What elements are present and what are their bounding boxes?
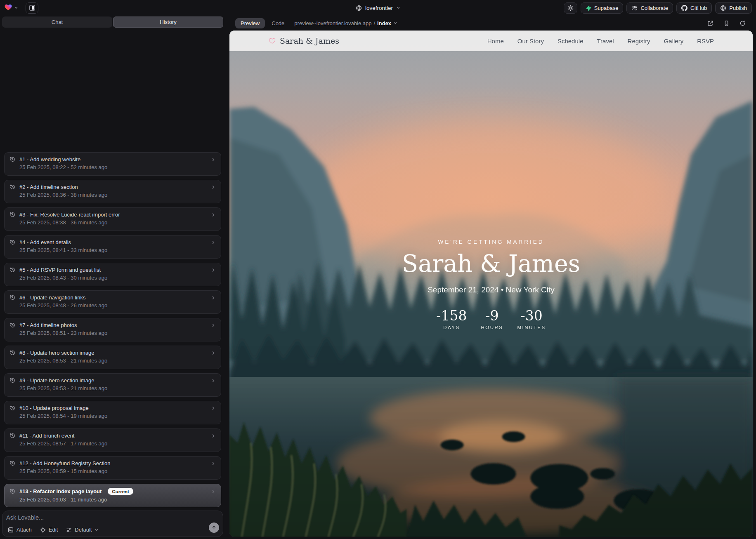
history-meta: 25 Feb 2025, 08:22 - 52 minutes ago <box>19 164 216 170</box>
url-host: preview--lovefrontier.lovable.app <box>294 20 371 26</box>
nav-gallery[interactable]: Gallery <box>664 38 684 45</box>
history-title: #4 - Add event details <box>19 239 71 245</box>
countdown-days: -158 DAYS <box>436 308 467 330</box>
edit-button[interactable]: Edit <box>40 527 58 533</box>
chevron-right-icon <box>211 406 216 411</box>
toggle-sidebar-button[interactable] <box>26 2 38 14</box>
history-meta: 25 Feb 2025, 08:53 - 21 minutes ago <box>19 385 216 391</box>
countdown-value: -9 <box>478 308 506 324</box>
users-icon <box>631 5 638 11</box>
tab-history[interactable]: History <box>113 16 223 28</box>
refresh-button[interactable] <box>737 18 748 28</box>
chevron-right-icon <box>211 489 216 494</box>
globe-icon <box>356 5 362 11</box>
project-name: lovefrontier <box>365 5 393 11</box>
chevron-right-icon <box>211 157 216 162</box>
lovable-logo-menu[interactable] <box>4 3 18 13</box>
refresh-icon <box>739 20 746 26</box>
tab-preview[interactable]: Preview <box>235 18 265 28</box>
external-link-icon <box>707 20 713 26</box>
mobile-preview-button[interactable] <box>721 18 732 28</box>
preview-pane: Preview Code preview--lovefrontier.lovab… <box>229 16 753 537</box>
image-icon <box>8 527 14 533</box>
mode-select[interactable]: Default <box>66 527 99 533</box>
github-label: GitHub <box>690 5 707 11</box>
attach-label: Attach <box>17 527 32 533</box>
github-button[interactable]: GitHub <box>676 2 712 14</box>
site-preview-frame: Sarah & James Home Our Story Schedule Tr… <box>229 31 753 537</box>
chevron-right-icon <box>211 351 216 355</box>
history-item-8[interactable]: #8 - Update hero section image 25 Feb 20… <box>4 346 221 369</box>
publish-button[interactable]: Publish <box>715 2 752 14</box>
preview-toolbar: Preview Code preview--lovefrontier.lovab… <box>229 16 753 31</box>
history-title: #6 - Update navigation links <box>19 294 85 301</box>
current-badge: Current <box>108 488 133 495</box>
history-item-12[interactable]: #12 - Add Honeyfund Registry Section 25 … <box>4 456 221 480</box>
settings-button[interactable] <box>564 2 577 14</box>
globe-icon <box>720 5 726 11</box>
project-switcher[interactable]: lovefrontier <box>356 0 400 16</box>
open-in-new-tab-button[interactable] <box>705 18 716 28</box>
history-item-3[interactable]: #3 - Fix: Resolve Lucide-react import er… <box>4 207 221 231</box>
collaborate-label: Collaborate <box>640 5 668 11</box>
countdown-label: MINUTES <box>517 325 546 330</box>
panel-icon <box>29 5 35 11</box>
history-item-10[interactable]: #10 - Update proposal image 25 Feb 2025,… <box>4 401 221 424</box>
history-meta: 25 Feb 2025, 08:57 - 17 minutes ago <box>19 440 216 447</box>
history-item-5[interactable]: #5 - Add RSVP form and guest list 25 Feb… <box>4 263 221 286</box>
nav-registry[interactable]: Registry <box>628 38 650 45</box>
panel-tabs: Chat History <box>0 16 225 28</box>
hero-section: WE'RE GETTING MARRIED Sarah & James Sept… <box>229 239 753 330</box>
history-item-4[interactable]: #4 - Add event details 25 Feb 2025, 08:4… <box>4 235 221 259</box>
nav-rsvp[interactable]: RSVP <box>697 38 714 45</box>
site-brand[interactable]: Sarah & James <box>268 36 339 45</box>
preview-url-selector[interactable]: preview--lovefrontier.lovable.app / inde… <box>294 20 397 26</box>
countdown-value: -158 <box>436 308 467 324</box>
chevron-right-icon <box>211 185 216 190</box>
history-item-2[interactable]: #2 - Add timeline section 25 Feb 2025, 0… <box>4 180 221 203</box>
history-title: #9 - Update hero section image <box>19 377 94 384</box>
history-meta: 25 Feb 2025, 08:41 - 33 minutes ago <box>19 247 216 253</box>
history-item-6[interactable]: #6 - Update navigation links 25 Feb 2025… <box>4 290 221 314</box>
supabase-icon <box>586 5 591 11</box>
countdown-label: HOURS <box>478 325 506 330</box>
top-bar: lovefrontier <box>0 0 756 16</box>
history-title: #10 - Update proposal image <box>19 405 89 411</box>
nav-travel[interactable]: Travel <box>597 38 614 45</box>
chevron-right-icon <box>211 378 216 383</box>
app-window: lovefrontier <box>0 0 756 539</box>
supabase-button[interactable]: Supabase <box>581 2 624 14</box>
nav-home[interactable]: Home <box>487 38 504 45</box>
history-item-7[interactable]: #7 - Add timeline photos 25 Feb 2025, 08… <box>4 318 221 341</box>
attach-button[interactable]: Attach <box>8 527 32 533</box>
nav-schedule[interactable]: Schedule <box>558 38 584 45</box>
chevron-right-icon <box>211 268 216 273</box>
left-panel: Chat History #1 - Add wedding website 25… <box>0 16 225 539</box>
history-item-13-current[interactable]: #13 - Refactor index page layoutCurrent … <box>4 484 221 507</box>
history-meta: 25 Feb 2025, 08:38 - 36 minutes ago <box>19 219 216 226</box>
nav-our-story[interactable]: Our Story <box>517 38 544 45</box>
target-icon <box>40 527 46 533</box>
history-list: #1 - Add wedding website 25 Feb 2025, 08… <box>0 152 225 507</box>
collaborate-button[interactable]: Collaborate <box>626 2 673 14</box>
tab-chat[interactable]: Chat <box>2 16 112 28</box>
hero-subtitle: September 21, 2024 • New York City <box>229 285 753 294</box>
history-item-11[interactable]: #11 - Add brunch event 25 Feb 2025, 08:5… <box>4 428 221 452</box>
chat-composer: Attach Edit Default <box>2 511 223 537</box>
publish-label: Publish <box>729 5 747 11</box>
countdown-label: DAYS <box>436 325 467 330</box>
chevron-down-icon <box>14 6 18 10</box>
chevron-right-icon <box>211 433 216 438</box>
tab-code[interactable]: Code <box>272 20 284 26</box>
hero-title: Sarah & James <box>229 250 753 277</box>
history-title: #5 - Add RSVP form and guest list <box>19 267 101 273</box>
send-button[interactable] <box>209 523 219 533</box>
chevron-right-icon <box>211 461 216 466</box>
prompt-input[interactable] <box>6 514 205 521</box>
edit-label: Edit <box>49 527 58 533</box>
history-title: #3 - Fix: Resolve Lucide-react import er… <box>19 212 120 218</box>
supabase-label: Supabase <box>594 5 619 11</box>
history-item-9[interactable]: #9 - Update hero section image 25 Feb 20… <box>4 373 221 397</box>
history-item-1[interactable]: #1 - Add wedding website 25 Feb 2025, 08… <box>4 152 221 176</box>
history-title: #7 - Add timeline photos <box>19 322 77 328</box>
